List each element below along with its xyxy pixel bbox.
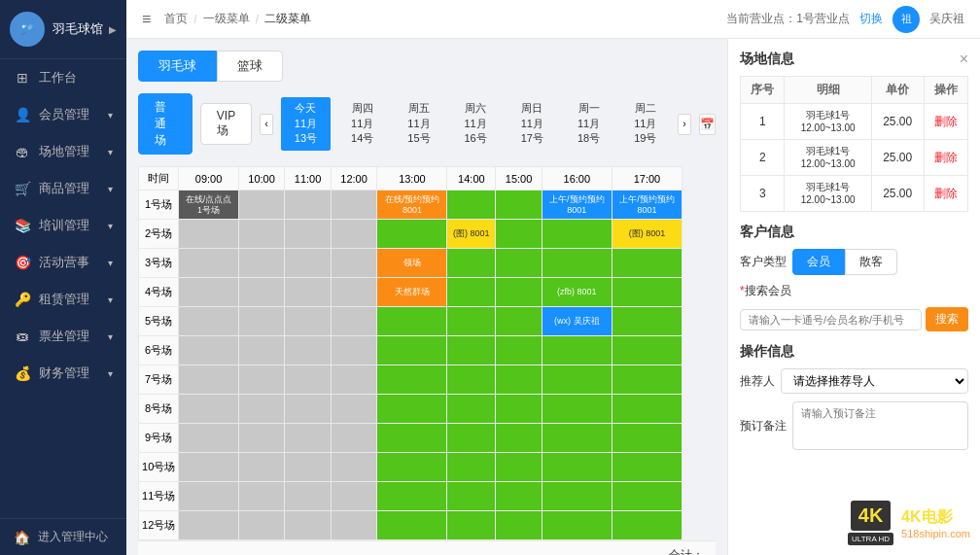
tab-vip-field[interactable]: VIP场 — [200, 103, 252, 145]
sidebar-item-租赁管理[interactable]: 🔑 租赁管理 ▾ — [0, 281, 126, 318]
schedule-slot[interactable] — [331, 424, 377, 453]
schedule-slot[interactable] — [377, 395, 447, 424]
schedule-slot[interactable] — [179, 278, 239, 307]
schedule-slot[interactable] — [179, 511, 239, 540]
schedule-slot[interactable] — [331, 249, 377, 278]
schedule-slot[interactable] — [447, 424, 496, 453]
tab-normal-field[interactable]: 普通场 — [138, 93, 192, 155]
schedule-slot[interactable] — [179, 220, 239, 249]
sidebar-item-商品管理[interactable]: 🛒 商品管理 ▾ — [0, 170, 126, 207]
schedule-slot[interactable]: (wx) 吴庆祖 — [542, 307, 612, 336]
sidebar-item-培训管理[interactable]: 📚 培训管理 ▾ — [0, 207, 126, 244]
schedule-slot[interactable] — [496, 278, 542, 307]
schedule-slot[interactable] — [496, 424, 542, 453]
schedule-slot[interactable] — [331, 307, 377, 336]
schedule-slot[interactable] — [238, 278, 285, 307]
schedule-slot[interactable] — [377, 511, 447, 540]
schedule-slot[interactable] — [542, 365, 612, 395]
schedule-slot[interactable] — [496, 191, 542, 220]
schedule-slot[interactable] — [179, 453, 239, 482]
schedule-slot[interactable] — [542, 511, 612, 540]
schedule-slot[interactable]: 天然群场 — [377, 278, 447, 307]
sidebar-item-活动营事[interactable]: 🎯 活动营事 ▾ — [0, 244, 126, 281]
schedule-slot[interactable] — [331, 511, 377, 540]
schedule-slot[interactable] — [377, 453, 447, 482]
schedule-slot[interactable] — [179, 424, 239, 453]
schedule-slot[interactable] — [285, 511, 332, 540]
search-input[interactable] — [740, 309, 922, 330]
venue-close-button[interactable]: × — [960, 51, 968, 68]
schedule-slot[interactable] — [331, 278, 377, 307]
schedule-slot[interactable] — [612, 453, 682, 482]
delete-venue-button[interactable]: 删除 — [934, 187, 958, 200]
schedule-slot[interactable] — [542, 453, 612, 482]
schedule-slot[interactable] — [331, 395, 377, 424]
next-date-button[interactable]: › — [678, 114, 691, 135]
schedule-slot[interactable] — [496, 307, 542, 336]
schedule-slot[interactable] — [447, 278, 496, 307]
schedule-slot[interactable]: 上午/预约预约8001 — [612, 191, 682, 220]
schedule-slot[interactable] — [377, 307, 447, 336]
breadcrumb-home[interactable]: 首页 — [164, 11, 188, 27]
schedule-slot[interactable] — [179, 249, 239, 278]
schedule-slot[interactable] — [238, 249, 285, 278]
schedule-slot[interactable] — [285, 365, 332, 395]
schedule-slot[interactable] — [377, 424, 447, 453]
schedule-slot[interactable] — [612, 424, 682, 453]
schedule-slot[interactable] — [331, 365, 377, 395]
schedule-slot[interactable] — [542, 424, 612, 453]
schedule-slot[interactable] — [542, 395, 612, 424]
ctype-guest[interactable]: 散客 — [845, 249, 897, 275]
schedule-slot[interactable] — [285, 249, 332, 278]
schedule-slot[interactable] — [447, 249, 496, 278]
date-fri[interactable]: 周五11月15号 — [395, 97, 443, 150]
schedule-slot[interactable] — [285, 307, 332, 336]
schedule-slot[interactable] — [285, 278, 332, 307]
schedule-slot[interactable] — [238, 365, 285, 395]
schedule-slot[interactable]: 上午/预约预约8001 — [542, 191, 612, 220]
schedule-slot[interactable] — [496, 453, 542, 482]
schedule-slot[interactable] — [238, 511, 285, 540]
schedule-slot[interactable] — [285, 482, 332, 511]
date-today[interactable]: 今天11月13号 — [281, 97, 330, 150]
schedule-slot[interactable] — [447, 307, 496, 336]
schedule-slot[interactable] — [496, 395, 542, 424]
schedule-slot[interactable] — [285, 220, 332, 249]
schedule-slot[interactable] — [285, 336, 332, 365]
schedule-slot[interactable] — [238, 424, 285, 453]
date-sat[interactable]: 周六11月16号 — [451, 97, 500, 150]
prev-date-button[interactable]: ‹ — [260, 114, 273, 135]
breadcrumb-level1[interactable]: 一级菜单 — [203, 11, 250, 27]
schedule-slot[interactable] — [447, 482, 496, 511]
schedule-slot[interactable] — [447, 191, 496, 220]
schedule-slot[interactable] — [542, 336, 612, 365]
sidebar-item-财务管理[interactable]: 💰 财务管理 ▾ — [0, 355, 126, 392]
sidebar-item-场地管理[interactable]: 🏟 场地管理 ▾ — [0, 133, 126, 170]
schedule-slot[interactable] — [542, 249, 612, 278]
referrer-select[interactable]: 请选择推荐导人 — [781, 368, 968, 394]
schedule-slot[interactable] — [496, 249, 542, 278]
schedule-slot[interactable] — [238, 220, 285, 249]
schedule-slot[interactable]: (图) 8001 — [612, 220, 682, 249]
schedule-slot[interactable] — [447, 395, 496, 424]
schedule-slot[interactable] — [496, 220, 542, 249]
schedule-slot[interactable] — [179, 365, 239, 395]
schedule-slot[interactable] — [496, 482, 542, 511]
schedule-slot[interactable] — [612, 336, 682, 365]
schedule-slot[interactable] — [331, 453, 377, 482]
delete-venue-button[interactable]: 删除 — [934, 115, 958, 128]
schedule-slot[interactable] — [285, 453, 332, 482]
schedule-slot[interactable] — [447, 365, 496, 395]
sidebar-collapse-arrow[interactable]: ▶ — [109, 24, 117, 35]
schedule-slot[interactable] — [285, 191, 332, 220]
schedule-slot[interactable] — [331, 191, 377, 220]
schedule-slot[interactable] — [238, 395, 285, 424]
schedule-slot[interactable] — [331, 482, 377, 511]
schedule-slot[interactable] — [377, 336, 447, 365]
tab-badminton[interactable]: 羽毛球 — [138, 51, 217, 82]
schedule-slot[interactable] — [331, 336, 377, 365]
schedule-slot[interactable] — [612, 365, 682, 395]
schedule-slot[interactable] — [377, 482, 447, 511]
delete-venue-button[interactable]: 删除 — [934, 151, 958, 164]
schedule-slot[interactable]: (zfb) 8001 — [542, 278, 612, 307]
